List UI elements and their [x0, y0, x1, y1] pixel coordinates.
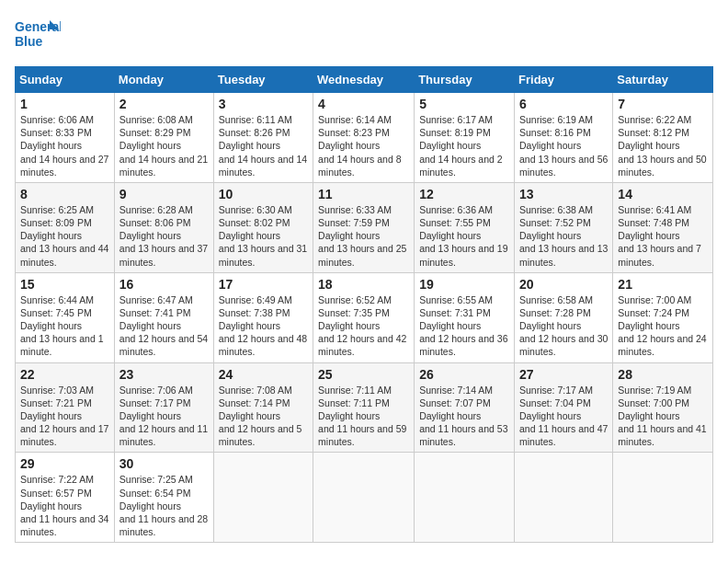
- day-number: 17: [219, 277, 308, 292]
- day-info: Sunrise: 7:22 AMSunset: 6:57 PMDaylight …: [20, 473, 109, 538]
- day-info: Sunrise: 7:17 AMSunset: 7:04 PMDaylight …: [519, 384, 608, 449]
- calendar-cell: [415, 453, 515, 543]
- day-number: 2: [119, 97, 209, 111]
- day-info: Sunrise: 6:22 AMSunset: 8:12 PMDaylight …: [618, 113, 708, 178]
- day-info: Sunrise: 6:30 AMSunset: 8:02 PMDaylight …: [219, 203, 308, 269]
- day-number: 30: [119, 456, 209, 471]
- weekday-header-monday: Monday: [114, 67, 213, 93]
- calendar-table: SundayMondayTuesdayWednesdayThursdayFrid…: [15, 66, 713, 543]
- calendar-cell: 10Sunrise: 6:30 AMSunset: 8:02 PMDayligh…: [213, 182, 313, 272]
- day-number: 15: [20, 277, 109, 292]
- logo: GeneralBlue: [15, 15, 61, 55]
- day-number: 13: [519, 187, 608, 201]
- day-number: 3: [219, 97, 308, 111]
- calendar-week-4: 22Sunrise: 7:03 AMSunset: 7:21 PMDayligh…: [16, 362, 713, 453]
- day-info: Sunrise: 6:47 AMSunset: 7:41 PMDaylight …: [119, 293, 209, 359]
- calendar-cell: 1Sunrise: 6:06 AMSunset: 8:33 PMDaylight…: [16, 93, 115, 183]
- day-info: Sunrise: 7:19 AMSunset: 7:00 PMDaylight …: [618, 384, 708, 449]
- day-number: 12: [419, 187, 509, 201]
- day-info: Sunrise: 6:41 AMSunset: 7:48 PMDaylight …: [618, 203, 708, 269]
- calendar-cell: 9Sunrise: 6:28 AMSunset: 8:06 PMDaylight…: [114, 182, 213, 272]
- day-info: Sunrise: 6:49 AMSunset: 7:38 PMDaylight …: [219, 293, 308, 359]
- day-info: Sunrise: 6:19 AMSunset: 8:16 PMDaylight …: [519, 113, 608, 178]
- day-number: 1: [20, 97, 109, 111]
- day-info: Sunrise: 6:55 AMSunset: 7:31 PMDaylight …: [419, 293, 509, 359]
- day-number: 5: [419, 97, 509, 111]
- day-number: 28: [618, 367, 708, 382]
- weekday-header-wednesday: Wednesday: [313, 67, 415, 93]
- calendar-cell: 21Sunrise: 7:00 AMSunset: 7:24 PMDayligh…: [613, 272, 713, 362]
- calendar-cell: 29Sunrise: 7:22 AMSunset: 6:57 PMDayligh…: [16, 453, 115, 543]
- weekday-header-sunday: Sunday: [16, 67, 115, 93]
- calendar-cell: [515, 453, 613, 543]
- calendar-cell: 20Sunrise: 6:58 AMSunset: 7:28 PMDayligh…: [515, 272, 613, 362]
- day-number: 18: [318, 277, 409, 292]
- weekday-header-thursday: Thursday: [415, 67, 515, 93]
- calendar-cell: 28Sunrise: 7:19 AMSunset: 7:00 PMDayligh…: [613, 362, 713, 453]
- calendar-cell: 13Sunrise: 6:38 AMSunset: 7:52 PMDayligh…: [515, 182, 613, 272]
- day-number: 29: [20, 456, 109, 471]
- day-info: Sunrise: 6:08 AMSunset: 8:29 PMDaylight …: [119, 113, 209, 178]
- day-info: Sunrise: 7:11 AMSunset: 7:11 PMDaylight …: [318, 384, 409, 449]
- calendar-cell: 16Sunrise: 6:47 AMSunset: 7:41 PMDayligh…: [114, 272, 213, 362]
- day-info: Sunrise: 6:52 AMSunset: 7:35 PMDaylight …: [318, 293, 409, 359]
- page-header: GeneralBlue: [15, 15, 713, 55]
- calendar-cell: 8Sunrise: 6:25 AMSunset: 8:09 PMDaylight…: [16, 182, 115, 272]
- day-number: 16: [119, 277, 209, 292]
- day-info: Sunrise: 7:03 AMSunset: 7:21 PMDaylight …: [20, 384, 109, 449]
- calendar-cell: 23Sunrise: 7:06 AMSunset: 7:17 PMDayligh…: [114, 362, 213, 453]
- day-number: 11: [318, 187, 409, 201]
- calendar-cell: 14Sunrise: 6:41 AMSunset: 7:48 PMDayligh…: [613, 182, 713, 272]
- calendar-cell: 19Sunrise: 6:55 AMSunset: 7:31 PMDayligh…: [415, 272, 515, 362]
- day-info: Sunrise: 6:17 AMSunset: 8:19 PMDaylight …: [419, 113, 509, 178]
- day-number: 24: [219, 367, 308, 382]
- calendar-cell: 30Sunrise: 7:25 AMSunset: 6:54 PMDayligh…: [114, 453, 213, 543]
- day-info: Sunrise: 7:08 AMSunset: 7:14 PMDaylight …: [219, 384, 308, 449]
- day-number: 6: [519, 97, 608, 111]
- day-number: 20: [519, 277, 608, 292]
- calendar-cell: 24Sunrise: 7:08 AMSunset: 7:14 PMDayligh…: [213, 362, 313, 453]
- day-info: Sunrise: 7:06 AMSunset: 7:17 PMDaylight …: [119, 384, 209, 449]
- day-info: Sunrise: 7:00 AMSunset: 7:24 PMDaylight …: [618, 293, 708, 359]
- weekday-header-saturday: Saturday: [613, 67, 713, 93]
- day-number: 21: [618, 277, 708, 292]
- calendar-cell: 22Sunrise: 7:03 AMSunset: 7:21 PMDayligh…: [16, 362, 115, 453]
- day-info: Sunrise: 7:14 AMSunset: 7:07 PMDaylight …: [419, 384, 509, 449]
- calendar-cell: 5Sunrise: 6:17 AMSunset: 8:19 PMDaylight…: [415, 93, 515, 183]
- day-info: Sunrise: 6:38 AMSunset: 7:52 PMDaylight …: [519, 203, 608, 269]
- calendar-cell: 18Sunrise: 6:52 AMSunset: 7:35 PMDayligh…: [313, 272, 415, 362]
- day-number: 9: [119, 187, 209, 201]
- day-number: 19: [419, 277, 509, 292]
- calendar-cell: 3Sunrise: 6:11 AMSunset: 8:26 PMDaylight…: [213, 93, 313, 183]
- calendar-cell: 26Sunrise: 7:14 AMSunset: 7:07 PMDayligh…: [415, 362, 515, 453]
- calendar-cell: 11Sunrise: 6:33 AMSunset: 7:59 PMDayligh…: [313, 182, 415, 272]
- day-info: Sunrise: 6:58 AMSunset: 7:28 PMDaylight …: [519, 293, 608, 359]
- day-number: 27: [519, 367, 608, 382]
- calendar-cell: 6Sunrise: 6:19 AMSunset: 8:16 PMDaylight…: [515, 93, 613, 183]
- logo-svg: GeneralBlue: [15, 15, 61, 55]
- day-number: 7: [618, 97, 708, 111]
- calendar-cell: 25Sunrise: 7:11 AMSunset: 7:11 PMDayligh…: [313, 362, 415, 453]
- day-info: Sunrise: 6:28 AMSunset: 8:06 PMDaylight …: [119, 203, 209, 269]
- day-info: Sunrise: 6:11 AMSunset: 8:26 PMDaylight …: [219, 113, 308, 178]
- calendar-cell: [613, 453, 713, 543]
- calendar-cell: 2Sunrise: 6:08 AMSunset: 8:29 PMDaylight…: [114, 93, 213, 183]
- calendar-cell: 17Sunrise: 6:49 AMSunset: 7:38 PMDayligh…: [213, 272, 313, 362]
- day-number: 23: [119, 367, 209, 382]
- day-info: Sunrise: 6:44 AMSunset: 7:45 PMDaylight …: [20, 293, 109, 359]
- calendar-cell: [313, 453, 415, 543]
- day-info: Sunrise: 6:06 AMSunset: 8:33 PMDaylight …: [20, 113, 109, 178]
- weekday-header-tuesday: Tuesday: [213, 67, 313, 93]
- calendar-cell: 15Sunrise: 6:44 AMSunset: 7:45 PMDayligh…: [16, 272, 115, 362]
- calendar-cell: 12Sunrise: 6:36 AMSunset: 7:55 PMDayligh…: [415, 182, 515, 272]
- day-number: 8: [20, 187, 109, 201]
- calendar-week-3: 15Sunrise: 6:44 AMSunset: 7:45 PMDayligh…: [16, 272, 713, 362]
- day-info: Sunrise: 7:25 AMSunset: 6:54 PMDaylight …: [119, 473, 209, 538]
- day-info: Sunrise: 6:14 AMSunset: 8:23 PMDaylight …: [318, 113, 409, 178]
- day-number: 26: [419, 367, 509, 382]
- svg-text:Blue: Blue: [15, 34, 43, 49]
- calendar-week-1: 1Sunrise: 6:06 AMSunset: 8:33 PMDaylight…: [16, 93, 713, 183]
- day-info: Sunrise: 6:36 AMSunset: 7:55 PMDaylight …: [419, 203, 509, 269]
- day-number: 22: [20, 367, 109, 382]
- calendar-cell: [213, 453, 313, 543]
